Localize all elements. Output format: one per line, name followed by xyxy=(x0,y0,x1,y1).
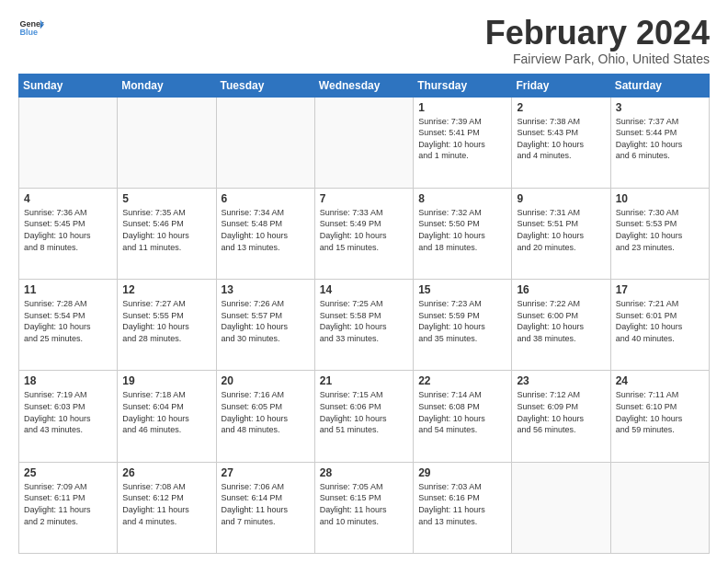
day-number: 16 xyxy=(517,283,605,296)
day-number: 18 xyxy=(24,374,112,387)
day-number: 27 xyxy=(222,466,310,479)
day-info: Sunrise: 7:27 AM Sunset: 5:55 PM Dayligh… xyxy=(122,298,210,344)
day-info: Sunrise: 7:11 AM Sunset: 6:10 PM Dayligh… xyxy=(616,389,704,435)
day-number: 20 xyxy=(222,374,310,387)
table-row xyxy=(610,462,709,553)
table-row xyxy=(314,97,413,188)
day-info: Sunrise: 7:28 AM Sunset: 5:54 PM Dayligh… xyxy=(24,298,112,344)
calendar-week-row-4: 25Sunrise: 7:09 AM Sunset: 6:11 PM Dayli… xyxy=(19,462,710,553)
day-info: Sunrise: 7:23 AM Sunset: 5:59 PM Dayligh… xyxy=(418,298,506,344)
page: General Blue February 2024 Fairview Park… xyxy=(0,0,728,563)
day-info: Sunrise: 7:18 AM Sunset: 6:04 PM Dayligh… xyxy=(122,389,210,435)
day-number: 22 xyxy=(418,374,506,387)
col-tuesday: Tuesday xyxy=(216,74,314,97)
day-info: Sunrise: 7:05 AM Sunset: 6:15 PM Dayligh… xyxy=(320,481,408,527)
day-info: Sunrise: 7:03 AM Sunset: 6:16 PM Dayligh… xyxy=(418,481,506,527)
day-number: 12 xyxy=(122,283,210,296)
col-wednesday: Wednesday xyxy=(314,74,413,97)
table-row: 14Sunrise: 7:25 AM Sunset: 5:58 PM Dayli… xyxy=(314,280,413,371)
day-info: Sunrise: 7:14 AM Sunset: 6:08 PM Dayligh… xyxy=(418,389,506,435)
day-info: Sunrise: 7:35 AM Sunset: 5:46 PM Dayligh… xyxy=(122,207,210,253)
day-number: 4 xyxy=(24,192,112,205)
table-row: 15Sunrise: 7:23 AM Sunset: 5:59 PM Dayli… xyxy=(414,280,512,371)
day-number: 28 xyxy=(320,466,408,479)
day-info: Sunrise: 7:31 AM Sunset: 5:51 PM Dayligh… xyxy=(517,207,605,253)
logo: General Blue xyxy=(18,15,44,40)
calendar-header-row: Sunday Monday Tuesday Wednesday Thursday… xyxy=(19,74,710,97)
day-info: Sunrise: 7:26 AM Sunset: 5:57 PM Dayligh… xyxy=(222,298,310,344)
day-info: Sunrise: 7:25 AM Sunset: 5:58 PM Dayligh… xyxy=(320,298,408,344)
table-row: 26Sunrise: 7:08 AM Sunset: 6:12 PM Dayli… xyxy=(118,462,216,553)
day-info: Sunrise: 7:33 AM Sunset: 5:49 PM Dayligh… xyxy=(320,207,408,253)
day-info: Sunrise: 7:21 AM Sunset: 6:01 PM Dayligh… xyxy=(616,298,704,344)
table-row: 18Sunrise: 7:19 AM Sunset: 6:03 PM Dayli… xyxy=(19,371,118,462)
table-row: 29Sunrise: 7:03 AM Sunset: 6:16 PM Dayli… xyxy=(414,462,512,553)
day-number: 26 xyxy=(122,466,210,479)
table-row: 23Sunrise: 7:12 AM Sunset: 6:09 PM Dayli… xyxy=(512,371,610,462)
day-number: 5 xyxy=(122,192,210,205)
table-row: 12Sunrise: 7:27 AM Sunset: 5:55 PM Dayli… xyxy=(118,280,216,371)
table-row xyxy=(512,462,610,553)
table-row: 27Sunrise: 7:06 AM Sunset: 6:14 PM Dayli… xyxy=(216,462,314,553)
day-number: 19 xyxy=(122,374,210,387)
table-row: 4Sunrise: 7:36 AM Sunset: 5:45 PM Daylig… xyxy=(19,188,118,279)
day-number: 17 xyxy=(616,283,704,296)
day-info: Sunrise: 7:16 AM Sunset: 6:05 PM Dayligh… xyxy=(222,389,310,435)
day-number: 11 xyxy=(24,283,112,296)
table-row: 22Sunrise: 7:14 AM Sunset: 6:08 PM Dayli… xyxy=(414,371,512,462)
table-row: 13Sunrise: 7:26 AM Sunset: 5:57 PM Dayli… xyxy=(216,280,314,371)
day-info: Sunrise: 7:39 AM Sunset: 5:41 PM Dayligh… xyxy=(418,116,506,162)
table-row: 25Sunrise: 7:09 AM Sunset: 6:11 PM Dayli… xyxy=(19,462,118,553)
day-info: Sunrise: 7:15 AM Sunset: 6:06 PM Dayligh… xyxy=(320,389,408,435)
title-block: February 2024 Fairview Park, Ohio, Unite… xyxy=(485,15,710,66)
day-info: Sunrise: 7:30 AM Sunset: 5:53 PM Dayligh… xyxy=(616,207,704,253)
logo-icon: General Blue xyxy=(18,15,44,40)
col-monday: Monday xyxy=(118,74,216,97)
table-row: 19Sunrise: 7:18 AM Sunset: 6:04 PM Dayli… xyxy=(118,371,216,462)
table-row: 2Sunrise: 7:38 AM Sunset: 5:43 PM Daylig… xyxy=(512,97,610,188)
day-number: 23 xyxy=(517,374,605,387)
table-row: 24Sunrise: 7:11 AM Sunset: 6:10 PM Dayli… xyxy=(610,371,709,462)
day-info: Sunrise: 7:34 AM Sunset: 5:48 PM Dayligh… xyxy=(222,207,310,253)
day-number: 25 xyxy=(24,466,112,479)
month-title: February 2024 xyxy=(485,15,710,52)
day-number: 21 xyxy=(320,374,408,387)
day-number: 8 xyxy=(418,192,506,205)
table-row xyxy=(19,97,118,188)
table-row: 3Sunrise: 7:37 AM Sunset: 5:44 PM Daylig… xyxy=(610,97,709,188)
day-info: Sunrise: 7:37 AM Sunset: 5:44 PM Dayligh… xyxy=(616,116,704,162)
table-row: 5Sunrise: 7:35 AM Sunset: 5:46 PM Daylig… xyxy=(118,188,216,279)
day-number: 2 xyxy=(517,101,605,114)
col-thursday: Thursday xyxy=(414,74,512,97)
day-number: 29 xyxy=(418,466,506,479)
calendar-week-row-0: 1Sunrise: 7:39 AM Sunset: 5:41 PM Daylig… xyxy=(19,97,710,188)
day-number: 13 xyxy=(222,283,310,296)
calendar-week-row-2: 11Sunrise: 7:28 AM Sunset: 5:54 PM Dayli… xyxy=(19,280,710,371)
calendar-week-row-3: 18Sunrise: 7:19 AM Sunset: 6:03 PM Dayli… xyxy=(19,371,710,462)
day-info: Sunrise: 7:19 AM Sunset: 6:03 PM Dayligh… xyxy=(24,389,112,435)
day-number: 24 xyxy=(616,374,704,387)
col-sunday: Sunday xyxy=(19,74,118,97)
table-row: 10Sunrise: 7:30 AM Sunset: 5:53 PM Dayli… xyxy=(610,188,709,279)
header: General Blue February 2024 Fairview Park… xyxy=(18,15,710,66)
day-number: 10 xyxy=(616,192,704,205)
day-number: 1 xyxy=(418,101,506,114)
table-row: 6Sunrise: 7:34 AM Sunset: 5:48 PM Daylig… xyxy=(216,188,314,279)
day-number: 3 xyxy=(616,101,704,114)
table-row: 7Sunrise: 7:33 AM Sunset: 5:49 PM Daylig… xyxy=(314,188,413,279)
day-info: Sunrise: 7:06 AM Sunset: 6:14 PM Dayligh… xyxy=(222,481,310,527)
table-row: 21Sunrise: 7:15 AM Sunset: 6:06 PM Dayli… xyxy=(314,371,413,462)
day-number: 6 xyxy=(222,192,310,205)
calendar-table: Sunday Monday Tuesday Wednesday Thursday… xyxy=(18,74,710,554)
day-info: Sunrise: 7:08 AM Sunset: 6:12 PM Dayligh… xyxy=(122,481,210,527)
calendar-week-row-1: 4Sunrise: 7:36 AM Sunset: 5:45 PM Daylig… xyxy=(19,188,710,279)
day-info: Sunrise: 7:32 AM Sunset: 5:50 PM Dayligh… xyxy=(418,207,506,253)
table-row xyxy=(216,97,314,188)
day-number: 15 xyxy=(418,283,506,296)
day-number: 14 xyxy=(320,283,408,296)
table-row: 16Sunrise: 7:22 AM Sunset: 6:00 PM Dayli… xyxy=(512,280,610,371)
day-info: Sunrise: 7:22 AM Sunset: 6:00 PM Dayligh… xyxy=(517,298,605,344)
table-row: 17Sunrise: 7:21 AM Sunset: 6:01 PM Dayli… xyxy=(610,280,709,371)
day-info: Sunrise: 7:09 AM Sunset: 6:11 PM Dayligh… xyxy=(24,481,112,527)
day-info: Sunrise: 7:12 AM Sunset: 6:09 PM Dayligh… xyxy=(517,389,605,435)
